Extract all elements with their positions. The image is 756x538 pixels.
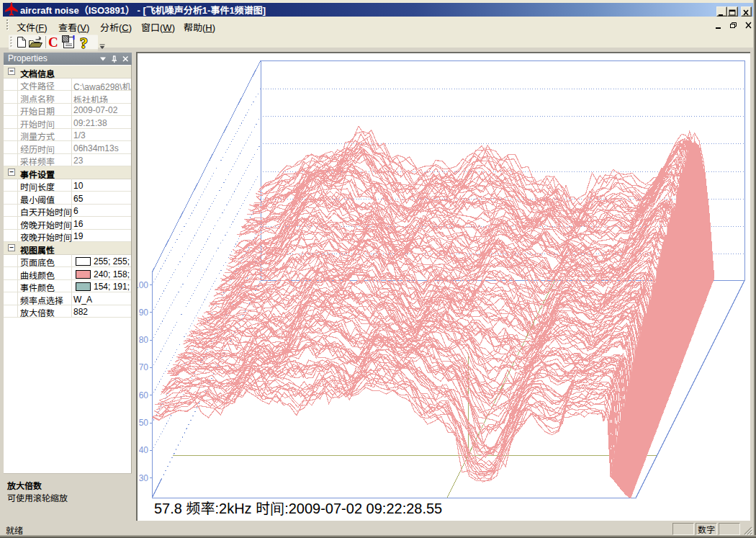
svg-text:C: C xyxy=(48,35,58,50)
svg-text:100: 100 xyxy=(138,280,148,290)
svg-text:40: 40 xyxy=(139,445,149,455)
svg-text:80: 80 xyxy=(139,335,149,345)
svg-text:50: 50 xyxy=(139,418,149,428)
svg-text:60: 60 xyxy=(139,390,149,400)
svg-text:70: 70 xyxy=(139,362,149,372)
svg-text:?: ? xyxy=(80,34,88,52)
svg-text:30: 30 xyxy=(139,473,149,483)
svg-text:90: 90 xyxy=(139,308,149,318)
